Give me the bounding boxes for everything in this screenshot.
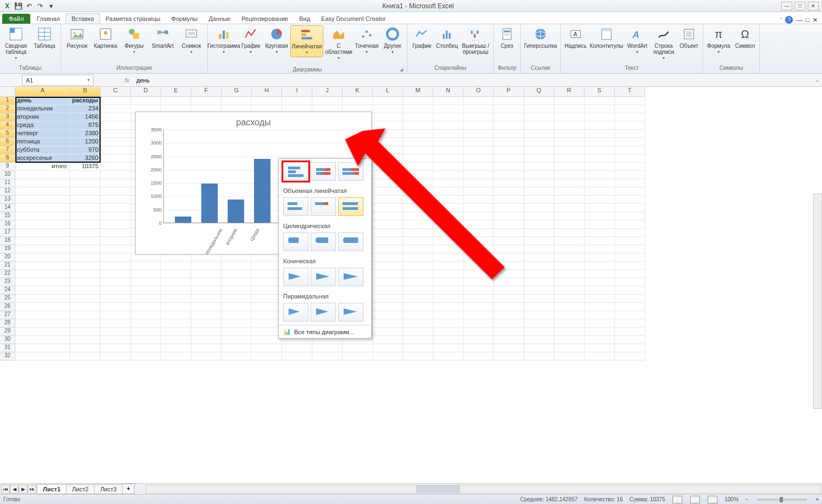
cell[interactable] (584, 105, 615, 113)
cell[interactable] (615, 138, 645, 146)
cell[interactable] (524, 253, 554, 262)
cell[interactable] (433, 352, 464, 361)
cell[interactable] (584, 154, 615, 163)
cell[interactable] (70, 344, 101, 352)
cell[interactable] (131, 344, 161, 352)
wordart-button[interactable]: AWordArt▾ (625, 25, 650, 56)
cell[interactable] (464, 303, 494, 311)
cell[interactable] (433, 303, 464, 311)
cell[interactable] (584, 278, 615, 286)
cell[interactable] (403, 154, 433, 163)
cell[interactable]: вторник (15, 113, 70, 121)
cell[interactable] (554, 336, 584, 344)
row-header[interactable]: 7 (0, 146, 15, 154)
cell[interactable] (403, 270, 433, 278)
sheet-first-icon[interactable]: ⏮ (1, 485, 10, 494)
cell[interactable] (373, 319, 403, 328)
cell[interactable] (15, 245, 70, 253)
cell[interactable] (161, 270, 191, 278)
cell[interactable] (222, 270, 252, 278)
column-chart-button[interactable]: Гистограмма▾ (210, 25, 238, 56)
table-button[interactable]: Таблица (31, 25, 58, 50)
cell[interactable] (403, 253, 433, 262)
sheet-tab-3[interactable]: Лист3 (94, 484, 123, 494)
cell[interactable] (15, 212, 70, 220)
cell[interactable] (554, 352, 584, 361)
cell[interactable] (101, 179, 131, 187)
tab-view[interactable]: Вид (294, 14, 316, 24)
cell[interactable] (464, 163, 494, 171)
cell[interactable] (403, 311, 433, 319)
cell[interactable] (554, 113, 584, 121)
cell[interactable] (615, 336, 645, 344)
cell[interactable] (615, 278, 645, 286)
cell[interactable] (464, 311, 494, 319)
cell[interactable] (373, 113, 403, 121)
cell[interactable] (312, 352, 343, 361)
cell[interactable] (403, 196, 433, 204)
other-charts-button[interactable]: Другие▾ (380, 25, 405, 56)
cell[interactable] (252, 253, 282, 262)
close-button[interactable]: ✕ (808, 2, 819, 10)
cell[interactable] (373, 187, 403, 196)
cell[interactable] (70, 319, 101, 328)
row-header[interactable]: 22 (0, 270, 15, 278)
row-header[interactable]: 12 (0, 187, 15, 196)
cell[interactable] (584, 204, 615, 212)
cell[interactable] (252, 352, 282, 361)
cell[interactable] (615, 212, 645, 220)
sheet-last-icon[interactable]: ⏭ (27, 485, 36, 494)
cell[interactable] (101, 138, 131, 146)
bar-stacked-2d[interactable] (311, 162, 336, 181)
cell[interactable] (433, 204, 464, 212)
slicer-button[interactable]: Срез (496, 25, 518, 50)
qat-dropdown-icon[interactable]: ▾ (46, 1, 56, 11)
cell[interactable] (373, 105, 403, 113)
area-chart-button[interactable]: С областями▾ (324, 25, 353, 62)
row-header[interactable]: 27 (0, 311, 15, 319)
cell[interactable] (584, 130, 615, 138)
cell[interactable] (524, 187, 554, 196)
cell[interactable] (191, 97, 222, 105)
cell[interactable] (494, 97, 524, 105)
cell[interactable]: суббота (15, 146, 70, 154)
cell[interactable] (15, 204, 70, 212)
cell[interactable] (433, 154, 464, 163)
cell[interactable] (15, 196, 70, 204)
cell[interactable] (584, 187, 615, 196)
cell[interactable] (161, 319, 191, 328)
cell[interactable] (464, 278, 494, 286)
bar-pyramid-1[interactable] (283, 303, 308, 322)
cell[interactable] (403, 336, 433, 344)
cell[interactable] (524, 286, 554, 295)
cell[interactable] (373, 171, 403, 179)
cell[interactable] (584, 319, 615, 328)
cell[interactable] (373, 196, 403, 204)
cell[interactable] (615, 352, 645, 361)
bar-pyramid-3[interactable] (338, 303, 363, 322)
cell[interactable] (343, 344, 373, 352)
cell[interactable] (584, 286, 615, 295)
row-header[interactable]: 6 (0, 138, 15, 146)
cell[interactable]: пятница (15, 138, 70, 146)
cell[interactable] (615, 295, 645, 303)
cell[interactable] (524, 262, 554, 270)
headerfooter-button[interactable]: Колонтитулы (589, 25, 624, 50)
cell[interactable] (101, 121, 131, 130)
cell[interactable] (494, 245, 524, 253)
cell[interactable] (524, 130, 554, 138)
cell[interactable] (524, 105, 554, 113)
row-header[interactable]: 4 (0, 121, 15, 130)
row-header[interactable]: 17 (0, 229, 15, 237)
cell[interactable] (615, 311, 645, 319)
cell[interactable] (494, 286, 524, 295)
bar-chart-button[interactable]: Линейчатая▾ (290, 25, 323, 57)
cell[interactable] (433, 229, 464, 237)
cell[interactable] (433, 138, 464, 146)
pie-chart-button[interactable]: Круговая▾ (264, 25, 289, 56)
cell[interactable] (524, 344, 554, 352)
cell[interactable] (615, 163, 645, 171)
cell[interactable] (222, 97, 252, 105)
cell[interactable] (554, 270, 584, 278)
cell[interactable] (70, 336, 101, 344)
